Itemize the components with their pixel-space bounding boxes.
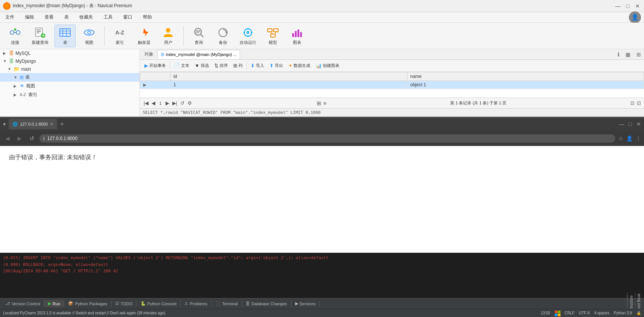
- cell-name[interactable]: object 1: [407, 81, 644, 89]
- export-btn[interactable]: ⬆ 导出: [267, 62, 285, 69]
- menu-view[interactable]: 查看: [42, 13, 56, 21]
- chart-label: 图表: [293, 40, 301, 45]
- tab-bar: 对象 ⊞ index_mymodel @main (MyDjango) ... …: [140, 49, 644, 60]
- browser-dropdown-icon[interactable]: ▾: [3, 121, 6, 127]
- services-label: Services: [300, 301, 316, 306]
- sidebar-item-mysql[interactable]: ▶ 🗄 MySQL: [0, 49, 139, 57]
- grid-button[interactable]: ▦: [624, 51, 632, 57]
- nav-last[interactable]: ▶|: [172, 100, 178, 106]
- close-button[interactable]: ✕: [634, 3, 641, 9]
- toolbar-trigger[interactable]: 触发器: [133, 25, 155, 47]
- tab-run[interactable]: ▶ Run: [44, 300, 64, 307]
- status-indent[interactable]: 4 spaces: [594, 311, 609, 315]
- row-expand-btn[interactable]: ⊡: [637, 100, 641, 106]
- back-button[interactable]: ◀: [3, 135, 12, 142]
- menu-favorites[interactable]: 收藏夹: [77, 13, 95, 21]
- table-nav-icon-grid[interactable]: ⊞: [317, 100, 321, 106]
- tab-todo[interactable]: ☑ TODO: [111, 300, 137, 307]
- browser-close-btn[interactable]: ✕: [636, 121, 641, 127]
- filter-btn[interactable]: ▼ 筛选: [192, 62, 211, 69]
- new-query-label: 新建查询: [32, 40, 48, 45]
- status-python[interactable]: Python 3.8: [614, 311, 632, 315]
- reload-button[interactable]: ↺: [27, 135, 36, 142]
- layout-button[interactable]: ⊞: [635, 51, 642, 57]
- problems-icon: ⚠: [184, 301, 188, 306]
- main-label: main: [21, 67, 31, 72]
- status-line-ending[interactable]: CRLF: [565, 311, 574, 315]
- toolbar-backup[interactable]: 备份: [212, 25, 234, 47]
- toolbar-new-query[interactable]: + 新建查询: [29, 25, 51, 47]
- col-header-name[interactable]: name: [407, 72, 644, 81]
- menu-table[interactable]: 表: [62, 13, 71, 21]
- terminal-line-1: (0.015) INSERT INTO "index_mymodel" ("na…: [3, 255, 641, 261]
- tables-icon: ⊞: [20, 75, 24, 80]
- import-btn[interactable]: ⬇ 导入: [248, 62, 266, 69]
- data-table-container[interactable]: id name ▶ 1 object 1: [140, 72, 644, 98]
- sidebar-item-mydjango[interactable]: ▼ 🗄 MyDjango: [0, 57, 139, 65]
- status-encoding[interactable]: UTF-8: [579, 311, 590, 315]
- generate-btn[interactable]: ✦ 数据生成: [286, 62, 313, 69]
- user-avatar[interactable]: 👤: [629, 11, 641, 23]
- terminal-area[interactable]: (0.015) INSERT INTO "index_mymodel" ("na…: [0, 253, 644, 298]
- tab-problems[interactable]: ⚠ Problems: [181, 300, 211, 307]
- col-expand-btn[interactable]: ⊡: [630, 100, 635, 106]
- menu-window[interactable]: 窗口: [121, 13, 135, 21]
- sidebar-item-views[interactable]: ▶ 👁 视图: [0, 82, 139, 90]
- address-bar[interactable]: ℹ: [39, 134, 615, 143]
- sidebar-item-main[interactable]: ▼ 📁 main: [0, 65, 139, 73]
- tab-version-control[interactable]: ⎇ Version Control: [2, 300, 44, 307]
- tab-services[interactable]: ▶ Services: [291, 300, 320, 307]
- nav-next[interactable]: ▶: [165, 100, 170, 106]
- maximize-button[interactable]: □: [624, 3, 631, 9]
- toolbar-connect[interactable]: + 连接: [5, 25, 26, 47]
- browser-tab-close[interactable]: ✕: [50, 122, 53, 127]
- services-icon: ▶: [295, 301, 298, 306]
- menu-dots-icon[interactable]: ⋮: [636, 135, 641, 141]
- new-tab-button[interactable]: +: [59, 121, 65, 127]
- run-label: Run: [53, 301, 60, 306]
- columns-btn[interactable]: ⊞ 列: [231, 62, 245, 69]
- tab-python-console[interactable]: 🐍 Python Console: [137, 300, 181, 307]
- start-transaction-btn[interactable]: ▶ 开始事务: [142, 62, 168, 69]
- views-label: 视图: [26, 83, 35, 89]
- menu-tools[interactable]: 工具: [101, 13, 115, 21]
- toolbar-model[interactable]: 模型: [262, 25, 283, 47]
- sort-btn[interactable]: ⇅ 排序: [212, 62, 230, 69]
- sidebar-item-tables[interactable]: ▼ ⊞ 表: [0, 73, 139, 82]
- menu-help[interactable]: 帮助: [141, 13, 154, 21]
- cell-id[interactable]: 1: [170, 81, 407, 89]
- info-button[interactable]: ℹ: [616, 51, 621, 57]
- sidebar-item-indexes[interactable]: ▶ A-Z 索引: [0, 90, 139, 99]
- minimize-button[interactable]: —: [615, 3, 621, 9]
- toolbar-auto-run[interactable]: AI 自动运行: [237, 25, 259, 47]
- toolbar-chart[interactable]: 图表: [286, 25, 308, 47]
- text-btn[interactable]: 📄 文本: [172, 62, 192, 69]
- tab-python-packages[interactable]: 📦 Python Packages: [64, 300, 111, 307]
- toolbar-table[interactable]: 表: [54, 25, 76, 47]
- toolbar-index[interactable]: A-Z 索引: [109, 25, 130, 47]
- table-tab[interactable]: ⊞ index_mymodel @main (MyDjango) ...: [157, 50, 240, 59]
- browser-tab[interactable]: 🌐 127.0.0.1:8000 ✕: [9, 119, 57, 129]
- nav-refresh[interactable]: ↺: [180, 100, 185, 106]
- browser-maximize-btn[interactable]: □: [629, 121, 632, 127]
- nav-settings[interactable]: ⚙: [187, 100, 193, 106]
- toolbar-view[interactable]: 视图: [79, 25, 100, 47]
- menu-edit[interactable]: 编辑: [23, 13, 36, 21]
- tab-database-changes[interactable]: 🗄 Database Changes: [242, 300, 291, 307]
- toolbar-query[interactable]: 查询: [188, 25, 209, 47]
- browser-minimize-btn[interactable]: —: [619, 121, 624, 127]
- nav-prev[interactable]: ◀: [151, 100, 156, 106]
- address-input[interactable]: [47, 136, 611, 141]
- create-chart-btn[interactable]: 📊 创建图表: [313, 62, 342, 69]
- toolbar-user[interactable]: 用户: [158, 25, 179, 47]
- view-label: 视图: [85, 40, 93, 45]
- col-header-id[interactable]: id: [170, 72, 407, 81]
- profile-icon[interactable]: 👤: [626, 135, 633, 141]
- table-row[interactable]: ▶ 1 object 1: [140, 81, 644, 89]
- menu-file[interactable]: 文件: [3, 13, 17, 21]
- forward-button[interactable]: ▶: [15, 135, 24, 142]
- table-nav-icon-list[interactable]: ≡: [324, 100, 327, 106]
- star-icon[interactable]: ☆: [618, 135, 623, 141]
- tab-terminal[interactable]: ⬛ Terminal: [212, 300, 242, 307]
- nav-first[interactable]: |◀: [143, 100, 149, 106]
